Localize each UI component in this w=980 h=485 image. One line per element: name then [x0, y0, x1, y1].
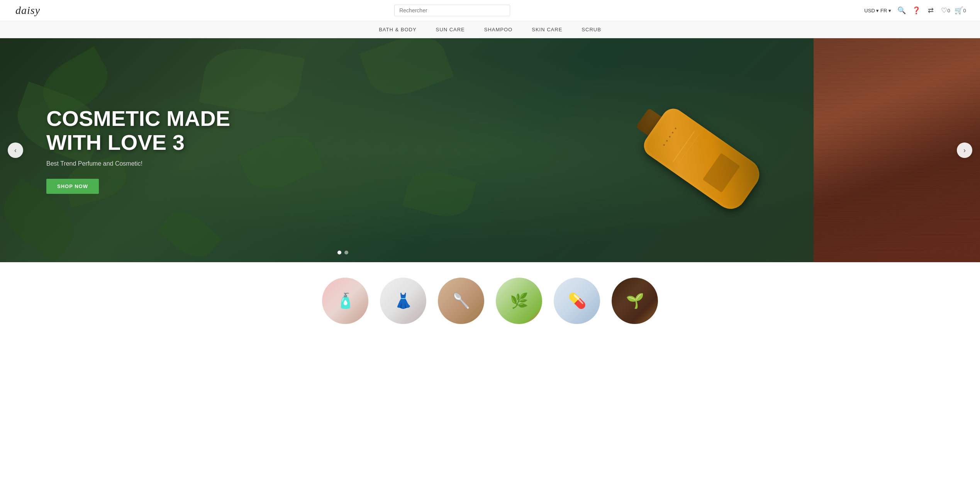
slide-main: COSMETIC MADE WITH LOVE 3 Best Trend Per…	[0, 38, 814, 262]
nav-item-shampoo[interactable]: SHAMPOO	[484, 27, 512, 32]
slider-prev-button[interactable]: ‹	[8, 142, 23, 158]
category-circles: 🧴 👗 🥄 🌿 💊 🌱	[0, 262, 980, 332]
question-icon[interactable]: ❓	[912, 6, 921, 15]
slider-next-button[interactable]: ›	[957, 142, 972, 158]
category-circle-6[interactable]: 🌱	[612, 278, 658, 324]
nav-item-scrub[interactable]: SCRUB	[582, 27, 601, 32]
category-circle-3[interactable]: 🥄	[438, 278, 484, 324]
slide-title: COSMETIC MADE WITH LOVE 3	[46, 107, 230, 154]
category-circle-4[interactable]: 🌿	[496, 278, 542, 324]
slider-dots	[337, 251, 348, 254]
search-input[interactable]	[394, 5, 510, 16]
wishlist-icon[interactable]: ♡0	[941, 6, 950, 15]
slide-content: COSMETIC MADE WITH LOVE 3 Best Trend Per…	[46, 107, 230, 194]
header-actions: USD ▾ FR ▾ 🔍 ❓ ⇄ ♡0 🛒0	[864, 6, 965, 15]
nav-item-skin-care[interactable]: SKIN CARE	[532, 27, 562, 32]
search-icon[interactable]: 🔍	[897, 6, 906, 15]
category-image-5: 💊	[554, 278, 600, 324]
header: daisy USD ▾ FR ▾ 🔍 ❓ ⇄ ♡0 🛒0	[0, 0, 980, 21]
nav-item-bath-body[interactable]: BATH & BODY	[379, 27, 416, 32]
category-image-2: 👗	[380, 278, 426, 324]
hero-slider: COSMETIC MADE WITH LOVE 3 Best Trend Per…	[0, 38, 980, 262]
category-image-1: 🧴	[322, 278, 368, 324]
wishlist-count: 0	[947, 8, 950, 14]
cart-count: 0	[963, 8, 966, 14]
slide-right-panel	[814, 38, 980, 262]
category-image-3: 🥄	[438, 278, 484, 324]
category-circle-1[interactable]: 🧴	[322, 278, 368, 324]
shop-now-button[interactable]: SHOP NOW	[46, 179, 99, 194]
main-nav: BATH & BODY SUN CARE SHAMPOO SKIN CARE S…	[0, 21, 980, 38]
dot-1[interactable]	[337, 251, 341, 254]
currency-selector[interactable]: USD ▾ FR ▾	[864, 8, 891, 14]
logo[interactable]: daisy	[15, 4, 40, 17]
category-circle-5[interactable]: 💊	[554, 278, 600, 324]
cart-icon[interactable]: 🛒0	[956, 6, 965, 15]
category-circle-2[interactable]: 👗	[380, 278, 426, 324]
dot-2[interactable]	[344, 251, 348, 254]
nav-item-sun-care[interactable]: SUN CARE	[436, 27, 465, 32]
category-image-4: 🌿	[496, 278, 542, 324]
slide-subtitle: Best Trend Perfume and Cosmetic!	[46, 160, 230, 167]
category-image-6: 🌱	[612, 278, 658, 324]
compare-icon[interactable]: ⇄	[927, 6, 935, 15]
